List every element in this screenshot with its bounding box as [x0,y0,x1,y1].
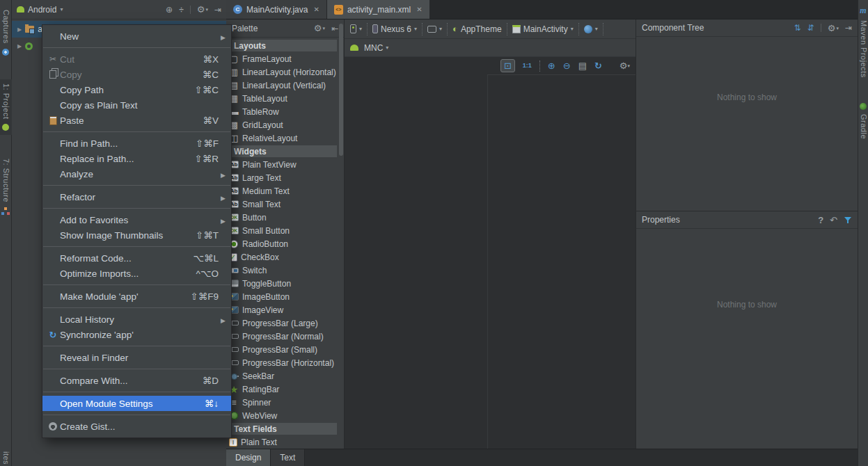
palette-item[interactable]: ProgressBar (Small) [226,343,344,356]
palette-item[interactable]: ▤ LinearLayout (Vertical) [226,79,344,92]
palette-section-header[interactable]: Layouts [226,40,337,51]
menu-item[interactable]: New [42,29,231,44]
menu-item[interactable]: Create Gist... [42,419,231,434]
tool-window-button[interactable]: 1: Project [0,79,12,135]
close-tab-icon[interactable]: ✕ [313,6,319,13]
zoom-actual[interactable] [523,63,532,69]
palette-item[interactable]: SeekBar [226,369,344,383]
editor-tab[interactable]: activity_main.xml ✕ [327,0,430,19]
menu-item[interactable]: Copy ⌘C [42,67,231,82]
palette-item[interactable]: ★ RatingBar [226,383,344,396]
collapse-all-lines[interactable] [179,6,184,14]
hide[interactable] [845,24,852,32]
divider[interactable] [190,6,191,14]
palette-item[interactable]: Ab Medium Text [226,184,344,198]
activity-selector[interactable]: MainActivity ▾ [512,24,574,34]
palette-item[interactable]: ImageButton [226,290,344,303]
menu-item[interactable]: Local History [42,312,231,327]
tool-window-button-label-partial[interactable]: ites [2,451,10,465]
palette-item[interactable]: ✓ CheckBox [226,250,344,264]
zoom-out[interactable] [563,61,571,70]
menu-item[interactable]: Compare With... ⌘D [42,373,231,388]
hide[interactable] [214,6,221,14]
menu-item[interactable]: Copy as Plain Text [42,97,231,113]
editor-mode-tab[interactable]: Design [226,449,271,466]
menu-item[interactable]: Refactor [42,189,231,204]
locate[interactable] [166,6,173,14]
tool-window-button[interactable]: Maven Projects [860,6,867,78]
editor-mode-tab[interactable]: Text [271,449,305,466]
menu-item[interactable]: Paste ⌘V [42,113,231,128]
api-version-selector[interactable]: MNC ▾ [350,43,388,53]
close-tab-icon[interactable]: ✕ [416,6,422,13]
palette-item[interactable]: ProgressBar (Horizontal) [226,356,344,369]
menu-item[interactable]: Synchronize 'app' [42,327,231,342]
preview-doc[interactable] [578,61,587,70]
palette-item[interactable]: I Plain Text [226,435,344,447]
zoom-fit[interactable] [500,59,515,72]
device-selector[interactable]: Nexus 6 ▾ [372,24,417,34]
orientation-selector[interactable]: ▾ [427,26,442,33]
locale-selector[interactable]: ▾ [584,25,598,33]
menu-item[interactable]: Add to Favorites [42,212,231,227]
tool-window-button[interactable]: Gradle [860,103,867,139]
palette-item[interactable]: OK Button [226,211,344,224]
palette-item[interactable]: ImageView [226,303,344,316]
menu-item[interactable]: Reveal in Finder [42,350,231,365]
palette-item[interactable]: Switch [226,264,344,277]
tool-window-button[interactable]: Captures [0,6,12,60]
settings[interactable] [620,61,630,70]
gear[interactable] [828,24,839,33]
palette-item[interactable]: ProgressBar (Large) [226,316,344,330]
menu-item[interactable]: Replace in Path... ⇧⌘R [42,151,231,166]
theme-selector[interactable]: AppTheme [452,24,502,34]
zoom-in[interactable] [548,61,555,70]
palette-item[interactable]: ◫ RelativeLayout [226,131,344,145]
palette-item[interactable]: Ab Large Text [226,171,344,184]
gear[interactable] [314,24,325,33]
dock-left[interactable] [331,24,338,33]
menu-item[interactable]: Copy Path ⇧⌘C [42,82,231,97]
menu-item[interactable]: Show Image Thumbnails ⇧⌘T [42,227,231,243]
palette-item[interactable]: Ab Plain TextView [226,158,344,171]
collapse-all[interactable] [807,24,814,32]
menu-item[interactable]: Analyze [42,166,231,182]
palette-item[interactable]: OK Small Button [226,224,344,237]
palette-item[interactable]: ToggleButton [226,277,344,290]
tool-window-button[interactable]: 7: Structure [0,154,12,220]
palette-item[interactable]: RadioButton [226,237,344,250]
expand-all[interactable] [794,24,801,32]
device-config-selector[interactable]: ▾ [350,24,362,33]
menu-item[interactable]: Cut ⌘X [42,51,231,67]
divider[interactable] [539,61,540,72]
menu-item[interactable]: Make Module 'app' ⇧⌘F9 [42,289,231,304]
refresh[interactable] [594,61,602,70]
project-view-selector[interactable]: Android [28,5,56,15]
expand-arrow-icon[interactable]: ▶ [17,43,22,49]
reset[interactable] [830,216,837,225]
palette-item[interactable]: ProgressBar (Normal) [226,330,344,343]
menu-item[interactable]: Find in Path... ⇧⌘F [42,136,231,151]
palette-section-header[interactable]: Widgets [226,145,337,157]
palette-item[interactable]: ▬ TableRow [226,105,344,118]
help[interactable] [818,216,823,225]
menu-item[interactable]: Optimize Imports... ^⌥O [42,266,231,281]
palette-section-header[interactable]: Text Fields [226,423,337,435]
divider[interactable] [821,24,821,32]
palette-item[interactable]: ▦ TableLayout [226,92,344,105]
palette-item[interactable]: ≡ Spinner [226,396,344,409]
palette-item[interactable]: ▩ GridLayout [226,118,344,131]
menu-item[interactable]: Open Module Settings ⌘↓ [42,396,231,411]
editor-tab[interactable]: MainActivity.java ✕ [226,0,327,19]
palette-item-label: WebView [242,411,277,421]
expand-arrow-icon[interactable]: ▶ [17,26,22,33]
menu-item[interactable]: Reformat Code... ⌥⌘L [42,250,231,266]
palette-scrollbar[interactable] [339,24,343,156]
palette-item[interactable]: ▥ LinearLayout (Horizontal) [226,65,344,79]
palette-item[interactable]: ▢ FrameLayout [226,52,344,65]
chevron-down-icon[interactable]: ▾ [60,6,63,13]
gear[interactable] [197,5,208,14]
palette-item[interactable]: WebView [226,409,344,422]
filter[interactable] [844,216,852,224]
palette-item[interactable]: Ab Small Text [226,198,344,211]
